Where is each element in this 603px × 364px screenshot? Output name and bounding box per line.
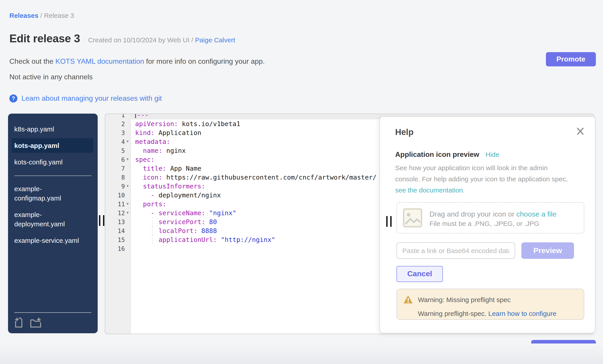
git-help-link[interactable]: ? Learn about managing your releases wit… <box>9 94 162 102</box>
warning-title: Warning: Missing preflight spec <box>418 296 511 303</box>
warning-icon <box>403 295 413 304</box>
icon-preview-description: See how your application icon will look … <box>395 162 574 196</box>
gutter-line-number: 2 <box>105 119 130 128</box>
gutter-line-number: 7 <box>105 164 130 173</box>
drop-zone-hint: File must be a .PNG, .JPEG, or .JPG <box>429 220 557 227</box>
gutter-line-number: 11▼ <box>105 199 130 209</box>
channel-status: Not active in any channels <box>9 73 93 81</box>
created-meta: Created on 10/10/2024 by Web UI / Paige … <box>88 36 235 44</box>
gutter-line-number: 12▼ <box>105 209 130 217</box>
page-title: Edit release 3 <box>9 32 80 45</box>
icon-url-row: Preview <box>396 242 574 259</box>
gutter-line-number: 1 <box>105 114 130 119</box>
choose-file-link[interactable]: choose a file <box>516 210 557 218</box>
warning-detail-text: Warning preflight-spec. <box>418 310 488 317</box>
warning-detail: Warning preflight-spec. Learn how to con… <box>418 310 577 317</box>
file-item[interactable]: example-deployment.yaml <box>12 207 87 231</box>
gutter-line-number: 13 <box>105 217 130 226</box>
file-item[interactable]: kots-config.yaml <box>12 154 87 169</box>
kots-yaml-doc-link[interactable]: KOTS YAML documentation <box>55 57 144 65</box>
promote-button[interactable]: Promote <box>546 52 596 66</box>
fold-arrow-icon[interactable]: ▼ <box>125 137 130 146</box>
intro-text-before: Check out the <box>9 57 55 65</box>
file-item[interactable]: example-configmap.yaml <box>12 181 87 205</box>
gutter-line-number: 15 <box>105 235 130 244</box>
created-text: Created on 10/10/2024 by Web UI / <box>88 36 195 44</box>
file-item[interactable]: example-service.yaml <box>12 233 87 248</box>
breadcrumb-separator: / <box>38 11 44 19</box>
sidebar-resize-handle[interactable] <box>99 215 104 226</box>
icon-preview-title: Application icon preview <box>395 151 479 159</box>
text-cursor <box>135 114 136 118</box>
gutter-line-number: 16 <box>105 244 130 253</box>
drop-text-prefix: Drag and drop your icon or <box>429 210 516 218</box>
title-row: Edit release 3 Created on 10/10/2024 by … <box>9 32 235 45</box>
gutter-line-number: 6▼ <box>105 155 130 164</box>
gutter-line-number: 14 <box>105 226 130 235</box>
gutter-line-number: 8 <box>105 173 130 182</box>
help-panel-resize-handle[interactable] <box>386 216 392 227</box>
breadcrumb-releases-link[interactable]: Releases <box>9 11 38 19</box>
drop-zone-text: Drag and drop your icon or choose a file <box>429 209 557 220</box>
warning-configure-link[interactable]: Learn how to configure <box>488 310 557 317</box>
description-text: See how your application icon will look … <box>395 164 568 183</box>
fold-arrow-icon[interactable]: ▼ <box>125 182 130 191</box>
created-by-link[interactable]: Paige Calvert <box>195 36 235 44</box>
icon-drop-zone[interactable]: Drag and drop your icon or choose a file… <box>396 202 584 233</box>
file-list-kots: k8s-app.yamlkots-app.yamlkots-config.yam… <box>8 122 98 171</box>
description-suffix: . <box>463 186 465 194</box>
gutter-line-number: 3 <box>105 128 130 137</box>
git-help-label: Learn about managing your releases with … <box>21 94 162 102</box>
fold-arrow-icon[interactable]: ▼ <box>125 209 130 217</box>
fold-arrow-icon[interactable]: ▼ <box>125 199 130 209</box>
file-list-examples: example-configmap.yamlexample-deployment… <box>8 181 98 250</box>
help-title: Help <box>395 127 413 137</box>
last-modified: Last modified on 10/10/2024 <box>10 344 100 353</box>
intro-text-after: for more info on configuring your app. <box>144 57 265 65</box>
file-item[interactable]: k8s-app.yaml <box>12 122 87 136</box>
cancel-button[interactable]: Cancel <box>396 266 443 282</box>
sidebar-footer <box>8 312 98 333</box>
release-editor-page: Releases / Release 3 Edit release 3 Crea… <box>0 0 603 364</box>
add-folder-icon[interactable] <box>30 317 41 328</box>
save-release-button[interactable]: Save release <box>531 340 596 356</box>
image-placeholder-icon <box>403 208 422 228</box>
fold-arrow-icon[interactable]: ▼ <box>125 155 130 164</box>
close-icon[interactable]: ✕ <box>575 125 585 138</box>
gutter-line-number: 10 <box>105 191 130 199</box>
gutter-line-number: 9▼ <box>105 182 130 191</box>
breadcrumb-current: Release 3 <box>44 11 74 19</box>
file-item[interactable]: kots-app.yaml <box>12 138 93 153</box>
icon-url-input[interactable] <box>396 242 515 259</box>
file-sidebar: k8s-app.yamlkots-app.yamlkots-config.yam… <box>8 114 98 333</box>
question-icon: ? <box>9 94 17 102</box>
gutter-line-number: 5 <box>105 146 130 155</box>
preview-button[interactable]: Preview <box>521 242 574 259</box>
icon-preview-section-header: Application icon preview Hide <box>395 151 499 159</box>
help-panel: ✕ Help Application icon preview Hide See… <box>380 116 595 333</box>
intro-line: Check out the KOTS YAML documentation fo… <box>9 57 265 66</box>
sidebar-footer-divider <box>14 312 92 313</box>
add-file-icon[interactable] <box>14 317 24 328</box>
gutter-line-number: 4▼ <box>105 137 130 146</box>
see-documentation-link[interactable]: see the documentation <box>395 186 463 194</box>
hide-link[interactable]: Hide <box>486 151 499 158</box>
breadcrumb: Releases / Release 3 <box>9 11 74 19</box>
file-list-divider <box>14 176 92 176</box>
preflight-warning: Warning: Missing preflight spec Warning … <box>396 289 584 320</box>
